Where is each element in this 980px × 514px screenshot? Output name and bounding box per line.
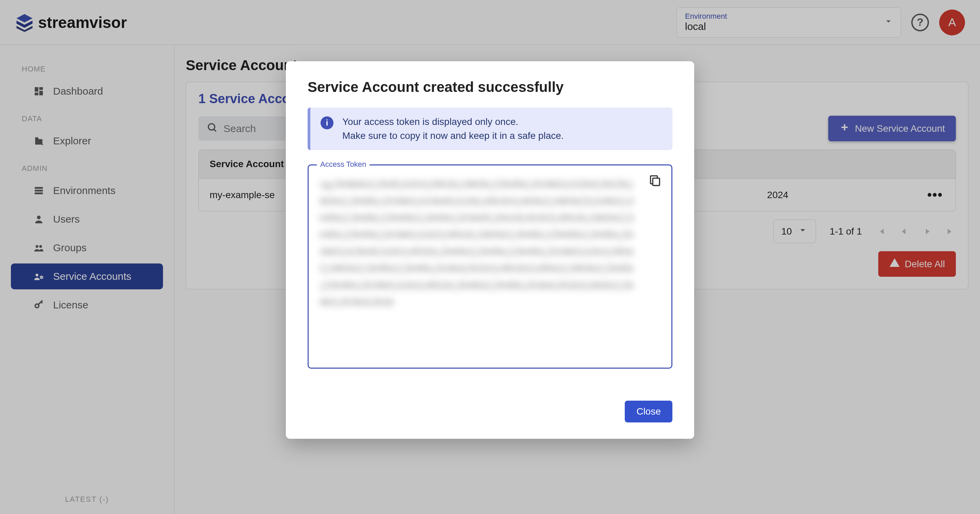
token-label: Access Token <box>317 160 369 169</box>
access-token-field: Access Token sgj3h4b5k2j3h45jk2h3j45h2kj… <box>308 164 672 369</box>
close-button[interactable]: Close <box>625 401 672 422</box>
modal-title: Service Account created successfully <box>308 79 672 95</box>
info-line2: Make sure to copy it now and keep it in … <box>342 129 564 143</box>
service-account-created-modal: Service Account created successfully i Y… <box>286 61 694 439</box>
svg-rect-14 <box>653 178 659 186</box>
button-label: Close <box>636 406 661 417</box>
copy-token-button[interactable] <box>648 173 662 189</box>
modal-overlay[interactable]: Service Account created successfully i Y… <box>0 0 980 514</box>
token-value-blurred: sgj3h4b5k2j3h45jk2h3j45h2kj34h5kj23h45kj… <box>320 176 637 357</box>
info-line1: Your access token is displayed only once… <box>342 115 564 129</box>
info-icon: i <box>321 116 334 129</box>
info-box: i Your access token is displayed only on… <box>308 108 672 150</box>
